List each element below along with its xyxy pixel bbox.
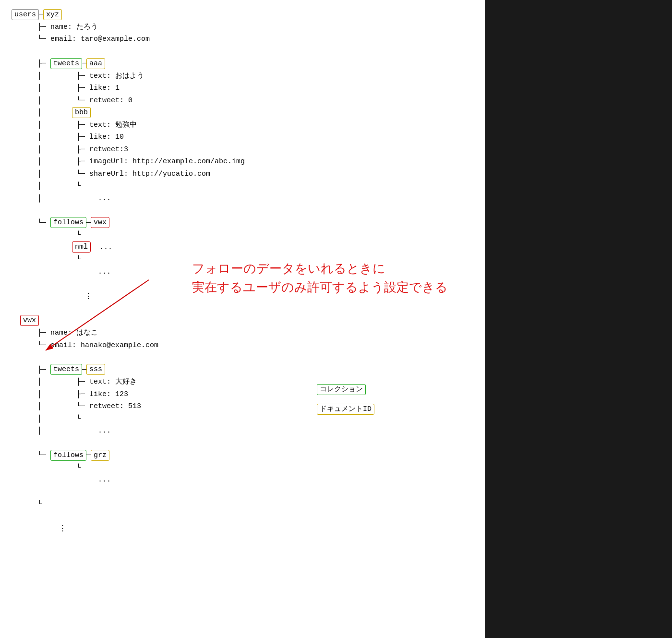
bbb-shareurl: shareUrl: http://yucatio.com — [89, 170, 210, 178]
aaa-like: like: 1 — [89, 84, 120, 92]
follows-label-1: follows — [50, 217, 86, 228]
vwx-email: email: hanako@example.com — [50, 341, 158, 349]
dots-7: ⋮ — [59, 525, 66, 533]
bbb-imageurl: imageUrl: http://example.com/abc.img — [89, 157, 245, 166]
vwx-follow-id: vwx — [91, 217, 109, 228]
bbb-text: text: 勉強中 — [89, 121, 137, 129]
tweets-label-2: tweets — [50, 364, 82, 375]
aaa-text: text: おはよう — [89, 72, 144, 80]
sss-retweet: retweet: 513 — [89, 402, 141, 410]
tweets-label-1: tweets — [50, 58, 82, 69]
xyz-email: email: taro@example.com — [50, 35, 150, 43]
dots-4: ⋮ — [85, 292, 92, 301]
vwx-user-id: vwx — [20, 315, 39, 326]
xyz-name: name: たろう — [50, 23, 98, 31]
legend: コレクション ドキュメントID — [317, 384, 374, 415]
dots-1: ... — [98, 194, 111, 203]
sss-text: text: 大好き — [89, 378, 137, 386]
vwx-name: name: はなこ — [50, 329, 98, 337]
dots-6: ... — [98, 476, 111, 484]
bbb-id: bbb — [72, 107, 91, 118]
legend-collection: コレクション — [317, 384, 366, 395]
legend-document-id: ドキュメントID — [317, 404, 374, 415]
users-label: users — [12, 9, 39, 20]
grz-id: grz — [91, 450, 109, 461]
bbb-like: like: 10 — [89, 133, 124, 141]
dots-3: ... — [98, 268, 111, 276]
sss-id: sss — [86, 364, 105, 375]
aaa-id: aaa — [86, 58, 105, 69]
follows-label-2: follows — [50, 450, 86, 461]
nml-id: nml — [72, 241, 91, 253]
dots-2: ... — [99, 243, 112, 252]
xyz-id: xyz — [43, 9, 62, 20]
sss-like: like: 123 — [89, 390, 128, 398]
tree-diagram: users─xyz ├─ name: たろう └─ email: taro@ex… — [12, 9, 672, 535]
aaa-retweet: retweet: 0 — [89, 96, 132, 105]
bbb-retweet: retweet:3 — [89, 145, 128, 154]
dots-5: ... — [98, 427, 111, 435]
diagram: フォローのデータをいれるときに 実在するユーザのみ許可するよう設定できる コレク… — [0, 0, 672, 544]
